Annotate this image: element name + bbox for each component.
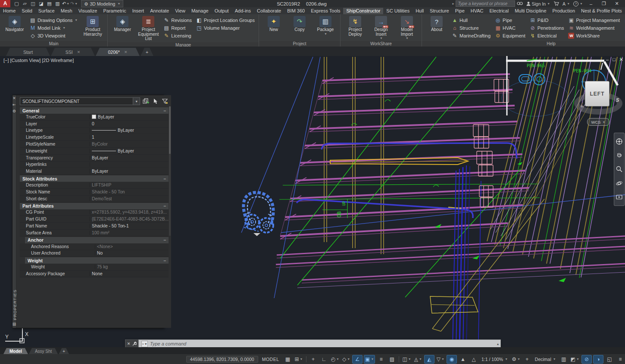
selected-shackle[interactable]	[244, 193, 273, 233]
ribbon-button-standard-assemblies[interactable]: ◫Standard Assemblies	[622, 24, 625, 31]
ribbon-tab-electrical[interactable]: Electrical	[487, 8, 512, 14]
ribbon-button-model-link[interactable]: MModel Link▼	[28, 24, 79, 31]
ribbon-panel-title-project[interactable]: Project	[259, 41, 340, 47]
ribbon-tab-production[interactable]: Production	[550, 8, 578, 14]
ribbon-tab-insert[interactable]: Insert	[129, 8, 147, 14]
ribbon-tab-annotate[interactable]: Annotate	[147, 8, 172, 14]
close-button[interactable]: ✕	[612, 1, 622, 6]
ribbon-button-electrical[interactable]: ↯Electrical	[528, 32, 566, 39]
selection-filtering-icon[interactable]: ▽▼	[436, 355, 445, 363]
palette-settings-icon[interactable]: ⚙	[12, 109, 16, 113]
ribbon-tab-sc-utilities[interactable]: SC Utilities	[383, 8, 412, 14]
plot-icon[interactable]: ▥	[54, 0, 61, 7]
property-value[interactable]: ByLayer	[90, 169, 169, 174]
ribbon-button-space-allocations[interactable]: ◰Space Allocations	[622, 16, 625, 24]
property-value[interactable]: ByLayer	[90, 149, 169, 153]
ribbon-button-drawing-options[interactable]: ▤Drawing Options▼	[28, 16, 79, 24]
section-header-part-attributes[interactable]: Part Attributes−	[20, 202, 169, 209]
property-value[interactable]: ByLayer	[90, 115, 169, 119]
ribbon-button-new[interactable]: ✦New	[261, 15, 286, 40]
ribbon-tab-mesh[interactable]: Mesh	[58, 8, 75, 14]
wcs-menu-button[interactable]: WCS▼	[587, 118, 609, 126]
ribbon-button-volume-manager[interactable]: ◳Volume Manager	[194, 24, 256, 31]
ribbon-panel-title-workshare[interactable]: WorkShare	[341, 41, 422, 47]
gizmo-icon[interactable]: ◉	[447, 355, 457, 364]
property-value[interactable]: ByLayer	[90, 156, 169, 160]
ribbon-button-hull[interactable]: ▲Hull	[450, 16, 492, 24]
ribbon-panel-title-main[interactable]: Main	[0, 41, 107, 47]
viewport-view-control[interactable]: [Custom View]	[10, 58, 41, 63]
ribbon-tab-output[interactable]: Output	[212, 8, 232, 14]
new-layout-tab-button[interactable]: +	[59, 348, 69, 354]
ribbon-button-3d-viewpoint[interactable]: ◇3D Viewpoint	[28, 32, 79, 39]
units[interactable]: Decimal▼	[533, 357, 558, 362]
layout-tab-model[interactable]: Model	[3, 348, 28, 354]
layout-tab-assy-sht[interactable]: Assy Sht	[29, 348, 58, 354]
zoom-icon[interactable]	[616, 165, 623, 173]
model-space-toggle[interactable]: MODEL	[259, 356, 282, 362]
drawing-close-button[interactable]: ✕	[619, 57, 623, 62]
ribbon-tab-multi-discipline[interactable]: Multi Discipline	[512, 8, 549, 14]
collapse-section-icon[interactable]: −	[163, 203, 166, 208]
property-value[interactable]: None	[90, 271, 169, 276]
property-value[interactable]: 0	[90, 121, 169, 126]
ribbon-button-about[interactable]: ?About	[424, 15, 449, 40]
isodraft-icon[interactable]: ◇▼	[341, 355, 351, 363]
select-objects-icon[interactable]	[152, 98, 159, 105]
dynamic-ucs-icon[interactable]: ◭	[424, 355, 434, 364]
ribbon-button-equipment[interactable]: ⚙Equipment	[493, 32, 527, 39]
property-value[interactable]: DemoTest	[90, 196, 169, 201]
viewcube[interactable]: LEFT	[585, 81, 609, 106]
clean-screen-icon[interactable]: ◱	[605, 355, 614, 363]
ribbon-tab-structure[interactable]: Structure	[427, 8, 452, 14]
collapse-section-icon[interactable]: −	[163, 237, 166, 243]
transparency-icon[interactable]: ▨	[387, 355, 397, 363]
ribbon-tab-express-tools[interactable]: Express Tools	[308, 8, 343, 14]
property-value[interactable]: 75 kg	[95, 264, 169, 269]
snap-mode-icon[interactable]: ⊞▼	[294, 355, 304, 363]
section-header-anchor[interactable]: Anchor−	[25, 236, 169, 243]
ribbon-tab-add-ins[interactable]: Add-ins	[232, 8, 254, 14]
section-header-weight[interactable]: Weight−	[25, 257, 169, 264]
ribbon-button-project-management[interactable]: ▣Project Management	[566, 16, 622, 24]
ribbon-button-copy[interactable]: ↷Copy	[287, 15, 312, 40]
search-history-icon[interactable]: ▸	[452, 2, 454, 6]
search-icon[interactable]	[517, 1, 523, 6]
annotation-scale[interactable]: 1:1 / 100%▼	[480, 357, 509, 362]
command-close-icon[interactable]: ✕	[127, 342, 131, 346]
file-tab-0206[interactable]: 0206*✕	[96, 48, 140, 56]
ribbon-button-penetrations[interactable]: ⊘Penetrations	[528, 24, 566, 31]
property-value[interactable]: 1	[90, 135, 169, 140]
command-history-icon[interactable]: ▴	[497, 342, 499, 346]
ribbon-button-package[interactable]: ▥Package▼	[313, 15, 338, 40]
pan-hand-icon[interactable]	[616, 152, 623, 159]
restore-button[interactable]: ❐	[599, 1, 609, 6]
ribbon-button-product-hierarchy[interactable]: ⊞Product Hierarchy	[80, 15, 105, 40]
graphics-performance-icon[interactable]: ◑	[593, 355, 603, 364]
workspace-switching-icon[interactable]: ⚙▼	[511, 355, 521, 363]
ribbon-button-workshare[interactable]: WWorkShare	[566, 32, 622, 39]
palette-title-strip[interactable]: ✕ ⇤ ⚙ PROPERTIES ▤	[12, 95, 16, 328]
isolate-objects-icon[interactable]: ⊘	[581, 355, 592, 364]
property-value[interactable]: ByColor	[90, 142, 169, 146]
property-value[interactable]: Shackle - 50 Ton	[90, 190, 169, 194]
new-file-icon[interactable]: ▢	[13, 0, 20, 7]
ribbon-tab-hull[interactable]: Hull	[412, 8, 427, 14]
application-menu-button[interactable]: A	[0, 0, 10, 7]
ribbon-button-marinedrafting[interactable]: ✎MarineDrafting	[450, 32, 492, 39]
palette-scrollbar[interactable]	[169, 106, 171, 236]
ribbon-button-weldmanagement[interactable]: ≋WeldManagement	[566, 24, 622, 31]
ribbon-button-project-deploy[interactable]: ↯Project Deploy	[343, 15, 368, 40]
property-value[interactable]: <None>	[95, 244, 169, 249]
object-snap-icon[interactable]: ▣▼	[364, 355, 375, 364]
ribbon-panel-title-help[interactable]: Help	[422, 41, 625, 47]
property-value[interactable]: LIFTSHIP	[90, 183, 169, 187]
polar-tracking-icon[interactable]: ◴▼	[330, 355, 340, 363]
ribbon-tab-manage[interactable]: Manage	[188, 8, 212, 14]
save-as-icon[interactable]: ◪	[38, 0, 45, 7]
undo-icon[interactable]: ↶▼	[62, 0, 69, 7]
sheet-set-icon[interactable]: ▤	[46, 0, 53, 7]
osnap-3d-icon[interactable]: ◬▼	[413, 355, 423, 363]
annotation-visibility-icon[interactable]: ▲	[458, 355, 468, 363]
quick-select-icon[interactable]	[161, 98, 169, 105]
